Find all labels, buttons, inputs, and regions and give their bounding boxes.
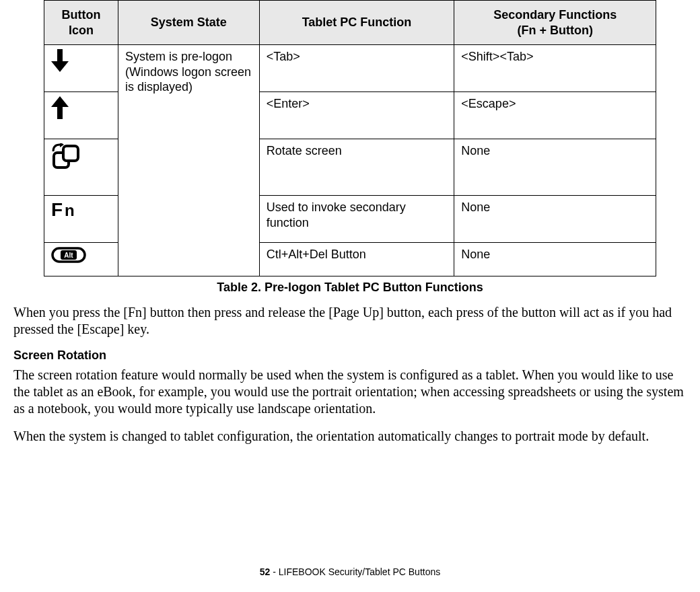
svg-rect-3 xyxy=(57,107,63,119)
cell-function: <Enter> xyxy=(259,92,454,139)
cell-function: <Tab> xyxy=(259,45,454,92)
svg-text:F: F xyxy=(51,200,63,220)
cell-secondary: <Escape> xyxy=(454,92,656,139)
cell-function: Ctl+Alt+Del Button xyxy=(259,243,454,276)
page-number: 52 xyxy=(260,566,271,577)
table-caption: Table 2. Pre-logon Tablet PC Button Func… xyxy=(13,281,687,295)
cell-secondary: None xyxy=(454,196,656,243)
heading-screen-rotation: Screen Rotation xyxy=(13,348,687,363)
svg-rect-5 xyxy=(63,146,78,161)
cell-function: Used to invoke secondary function xyxy=(259,196,454,243)
th-secondary-functions: Secondary Functions (Fn + Button) xyxy=(454,1,656,45)
svg-rect-0 xyxy=(57,49,63,61)
button-functions-table: Button Icon System State Tablet PC Funct… xyxy=(44,0,656,276)
footer-sep: - xyxy=(270,566,278,577)
cell-function: Rotate screen xyxy=(259,139,454,196)
th-button-icon: Button Icon xyxy=(44,1,118,45)
svg-marker-2 xyxy=(51,96,69,107)
svg-text:n: n xyxy=(65,201,75,219)
table-row: System is pre-logon (Windows logon scree… xyxy=(44,45,656,92)
th-secondary-l2: (Fn + Button) xyxy=(517,24,592,37)
arrow-down-icon xyxy=(51,49,69,72)
cell-icon: F n xyxy=(44,196,118,243)
cell-icon xyxy=(44,139,118,196)
svg-marker-1 xyxy=(51,61,69,72)
paragraph-rotation-usage: The screen rotation feature would normal… xyxy=(13,367,687,417)
alt-icon: Alt xyxy=(51,247,86,263)
svg-text:Alt: Alt xyxy=(64,252,73,259)
page-footer: 52 - LIFEBOOK Security/Tablet PC Buttons xyxy=(0,566,700,577)
cell-icon xyxy=(44,45,118,92)
th-tablet-function: Tablet PC Function xyxy=(259,1,454,45)
cell-icon: Alt xyxy=(44,243,118,276)
page: Button Icon System State Tablet PC Funct… xyxy=(13,0,687,445)
rotate-icon xyxy=(51,143,81,170)
arrow-up-icon xyxy=(51,96,69,119)
paragraph-rotation-default: When the system is changed to tablet con… xyxy=(13,428,687,445)
cell-icon xyxy=(44,92,118,139)
cell-system-state: System is pre-logon (Windows logon scree… xyxy=(118,45,259,276)
paragraph-fn-escape: When you press the [Fn] button then pres… xyxy=(13,304,687,338)
th-system-state: System State xyxy=(118,1,259,45)
cell-secondary: None xyxy=(454,243,656,276)
cell-secondary: None xyxy=(454,139,656,196)
cell-secondary: <Shift><Tab> xyxy=(454,45,656,92)
th-secondary-l1: Secondary Functions xyxy=(493,8,617,22)
footer-title: LIFEBOOK Security/Tablet PC Buttons xyxy=(279,566,440,577)
fn-icon: F n xyxy=(51,200,82,220)
